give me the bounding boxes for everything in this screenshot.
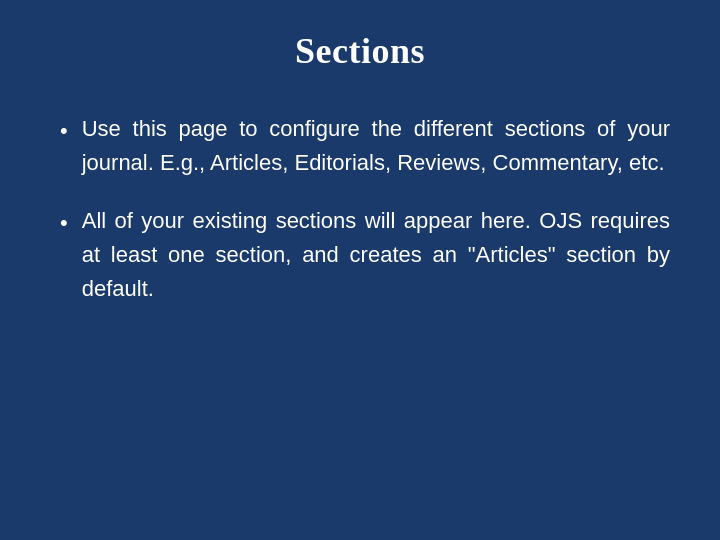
content-area: • Use this page to configure the differe… <box>50 112 670 500</box>
slide-title: Sections <box>50 30 670 72</box>
bullet-item-1: • Use this page to configure the differe… <box>60 112 670 180</box>
bullet-dot-2: • <box>60 206 68 239</box>
bullet-dot-1: • <box>60 114 68 147</box>
title-area: Sections <box>50 30 670 72</box>
bullet-text-2: All of your existing sections will appea… <box>82 204 670 306</box>
slide-container: Sections • Use this page to configure th… <box>0 0 720 540</box>
bullet-text-1: Use this page to configure the different… <box>82 112 670 180</box>
bullet-item-2: • All of your existing sections will app… <box>60 204 670 306</box>
